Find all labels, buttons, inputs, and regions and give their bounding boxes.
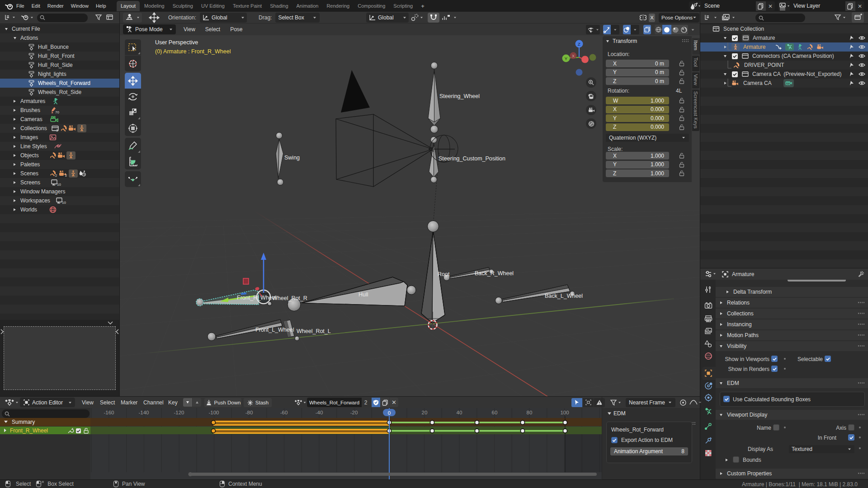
svg-text:100: 100 — [560, 410, 569, 415]
svg-text:-100: -100 — [208, 410, 219, 415]
svg-text:X: X — [572, 54, 575, 58]
svg-text:-160: -160 — [104, 410, 114, 415]
svg-text:User Perspective: User Perspective — [155, 39, 198, 46]
svg-text:70: 70 — [55, 110, 59, 114]
svg-text:Root: Root — [438, 271, 450, 277]
svg-text:40: 40 — [457, 410, 462, 415]
svg-text:Steering_Wheel: Steering_Wheel — [439, 93, 480, 99]
svg-text:10: 10 — [62, 201, 66, 205]
svg-text:2: 2 — [65, 174, 67, 178]
svg-text:10: 10 — [57, 183, 61, 187]
svg-text:Back_L_Wheel: Back_L_Wheel — [545, 293, 583, 299]
svg-text:Back_R_Wheel: Back_R_Wheel — [475, 270, 514, 277]
svg-text:-120: -120 — [174, 410, 184, 415]
svg-text:-20: -20 — [350, 410, 358, 415]
svg-text:Y: Y — [565, 56, 568, 61]
svg-text:0: 0 — [388, 410, 391, 416]
svg-text:-140: -140 — [138, 410, 149, 415]
svg-text:Wheel_Rot_R: Wheel_Rot_R — [272, 295, 307, 301]
svg-text:20: 20 — [422, 410, 428, 415]
svg-text:Swing: Swing — [284, 155, 300, 161]
svg-text:Front_L_Wheel: Front_L_Wheel — [255, 327, 294, 333]
svg-text:2: 2 — [55, 174, 57, 178]
svg-text:-40: -40 — [316, 410, 323, 415]
svg-text:Front_R_Wheel: Front_R_Wheel — [237, 295, 277, 301]
svg-text:-60: -60 — [280, 410, 288, 415]
svg-text:Wheel_Rot_L: Wheel_Rot_L — [297, 328, 331, 334]
svg-text:(0) Armature : Front_R_Wheel: (0) Armature : Front_R_Wheel — [155, 48, 231, 55]
svg-text:80: 80 — [527, 410, 533, 415]
svg-text:60: 60 — [492, 410, 498, 415]
svg-text:-80: -80 — [245, 410, 253, 415]
svg-text:3: 3 — [56, 128, 58, 132]
svg-text:Z: Z — [578, 42, 580, 47]
svg-text:Steering_Custom_Position: Steering_Custom_Position — [439, 155, 505, 162]
svg-text:Hull: Hull — [359, 291, 368, 298]
